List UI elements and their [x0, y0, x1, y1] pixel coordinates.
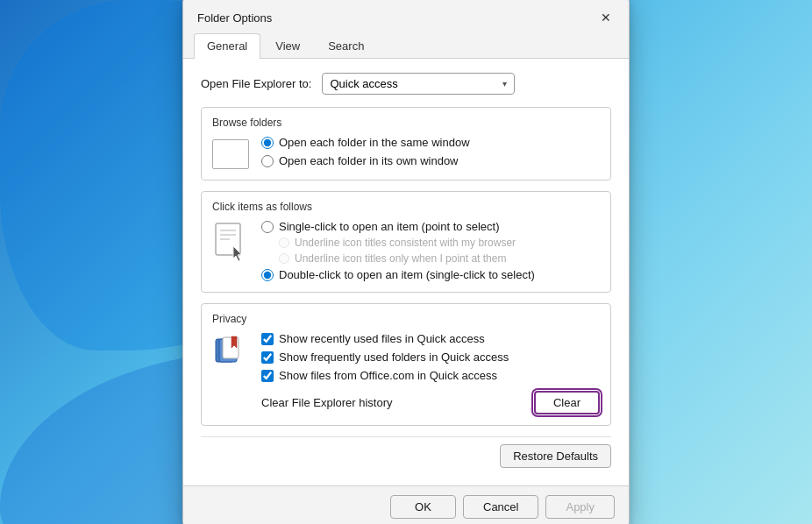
radio-own-window-label: Open each folder in its own window [279, 154, 459, 167]
browse-folders-legend: Browse folders [212, 117, 600, 129]
click-icon [212, 222, 249, 266]
privacy-icon [212, 332, 249, 376]
close-button[interactable]: ✕ [594, 5, 618, 30]
privacy-checkbox-group: Show recently used files in Quick access… [261, 332, 509, 382]
radio-double-click[interactable]: Double-click to open an item (single-cli… [261, 268, 535, 281]
radio-own-window[interactable]: Open each folder in its own window [261, 154, 470, 167]
folder-icon [212, 139, 249, 169]
checkbox-office-files-label: Show files from Office.com in Quick acce… [279, 369, 497, 382]
privacy-section: Privacy [201, 303, 611, 426]
dropdown-value: Quick access [330, 77, 397, 90]
restore-defaults-row: Restore Defaults [201, 436, 611, 471]
browse-folders-section: Browse folders Open each folder in the s… [201, 107, 611, 181]
radio-own-window-input[interactable] [261, 155, 274, 167]
tabs-bar: General View Search [183, 33, 629, 59]
open-explorer-row: Open File Explorer to: Quick access ▾ [201, 73, 611, 95]
radio-underline-point-input[interactable] [279, 253, 289, 264]
dialog-footer: OK Cancel Apply [183, 485, 629, 524]
browse-folders-inner: Open each folder in the same window Open… [212, 136, 600, 169]
radio-double-click-label: Double-click to open an item (single-cli… [279, 268, 535, 281]
radio-underline-browser-label: Underline icon titles consistent with my… [295, 237, 516, 249]
chevron-down-icon: ▾ [502, 79, 507, 89]
radio-underline-browser-row: Underline icon titles consistent with my… [279, 237, 535, 249]
click-items-inner: Single-click to open an item (point to s… [212, 220, 600, 281]
radio-single-click[interactable]: Single-click to open an item (point to s… [261, 220, 535, 233]
checkbox-office-files[interactable]: Show files from Office.com in Quick acce… [261, 369, 509, 382]
radio-underline-browser-input[interactable] [279, 237, 289, 248]
clear-button[interactable]: Clear [534, 391, 600, 414]
folder-options-dialog: Folder Options ✕ General View Search Ope… [182, 0, 630, 524]
radio-single-click-input[interactable] [261, 221, 274, 233]
tab-view[interactable]: View [262, 33, 313, 58]
checkbox-recent-files-label: Show recently used files in Quick access [279, 332, 485, 345]
radio-same-window[interactable]: Open each folder in the same window [261, 136, 470, 149]
open-explorer-dropdown[interactable]: Quick access ▾ [322, 73, 515, 95]
dialog-title: Folder Options [197, 11, 272, 25]
radio-double-click-input[interactable] [261, 269, 274, 281]
radio-same-window-label: Open each folder in the same window [279, 136, 470, 149]
clear-history-row: Clear File Explorer history Clear [212, 391, 600, 414]
tab-search[interactable]: Search [315, 33, 377, 58]
ok-button[interactable]: OK [390, 495, 456, 519]
radio-single-click-label: Single-click to open an item (point to s… [279, 220, 499, 233]
browse-folders-radio-group: Open each folder in the same window Open… [261, 136, 470, 167]
checkbox-frequent-folders-input[interactable] [261, 351, 274, 364]
restore-defaults-button[interactable]: Restore Defaults [500, 444, 611, 468]
click-items-radio-group: Single-click to open an item (point to s… [261, 220, 535, 281]
cancel-button[interactable]: Cancel [463, 495, 538, 519]
tab-general[interactable]: General [194, 33, 260, 59]
checkbox-frequent-folders-label: Show frequently used folders in Quick ac… [279, 351, 509, 364]
radio-same-window-input[interactable] [261, 137, 274, 149]
open-explorer-label: Open File Explorer to: [201, 77, 311, 90]
dialog-content: Open File Explorer to: Quick access ▾ Br… [183, 59, 629, 485]
radio-underline-point-row: Underline icon titles only when I point … [279, 252, 535, 265]
checkbox-frequent-folders[interactable]: Show frequently used folders in Quick ac… [261, 351, 509, 364]
radio-underline-point-label: Underline icon titles only when I point … [295, 252, 506, 265]
apply-button[interactable]: Apply [545, 495, 615, 519]
click-items-legend: Click items as follows [212, 201, 600, 213]
privacy-legend: Privacy [212, 313, 600, 325]
title-bar: Folder Options ✕ [183, 0, 629, 30]
checkbox-recent-files-input[interactable] [261, 333, 274, 345]
click-items-section: Click items as follows [201, 191, 611, 293]
checkbox-office-files-input[interactable] [261, 370, 274, 382]
checkbox-recent-files[interactable]: Show recently used files in Quick access [261, 332, 509, 345]
privacy-inner: Show recently used files in Quick access… [212, 332, 600, 382]
clear-history-label: Clear File Explorer history [261, 396, 393, 409]
